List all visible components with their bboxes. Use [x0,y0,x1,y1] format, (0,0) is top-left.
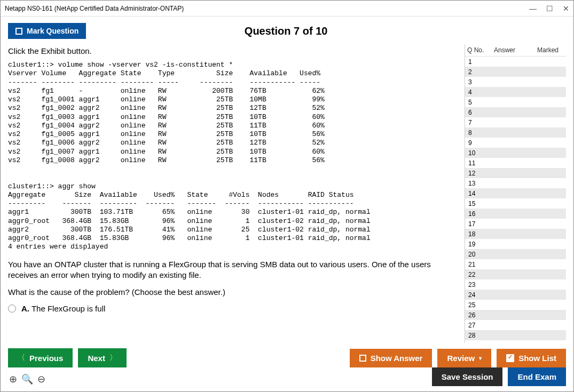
show-list-button[interactable]: ✓ Show List [497,349,566,367]
mark-question-button[interactable]: Mark Question [8,23,86,39]
nav-row-number: 23 [468,281,490,289]
app-window: Netapp NS0-161 (NetApp Certified Data Ad… [0,0,574,392]
end-exam-button[interactable]: End Exam [508,367,566,386]
close-icon[interactable]: ✕ [563,4,569,13]
save-session-button[interactable]: Save Session [432,367,503,386]
nav-row[interactable]: 5 [465,97,566,107]
chevron-right-icon: 〉 [109,353,117,363]
chevron-left-icon: 〈 [18,353,25,363]
nav-row[interactable]: 10 [465,148,566,158]
nav-row-number: 26 [468,311,490,319]
square-icon [359,355,366,362]
answer-a-label: A. [21,304,29,313]
nav-row-number: 13 [468,180,490,187]
nav-row-number: 14 [468,190,490,197]
footer-row: 〈 Previous Next 〉 Show Answer Review ▾ ✓… [8,343,566,367]
nav-row[interactable]: 6 [465,107,566,117]
maximize-icon[interactable]: ☐ [546,4,553,13]
nav-row[interactable]: 27 [465,320,566,330]
nav-row-number: 10 [468,149,490,157]
nav-row[interactable]: 17 [465,219,566,229]
nav-row[interactable]: 15 [465,198,566,209]
nav-row-number: 6 [468,109,490,116]
nav-row-number: 24 [468,291,490,299]
show-list-label: Show List [518,354,556,363]
nav-row[interactable]: 20 [465,249,566,259]
check-icon: ✓ [506,354,514,362]
header-row: Mark Question Question 7 of 10 [8,23,566,39]
nav-row[interactable]: 2 [465,67,566,77]
nav-row-number: 7 [468,119,490,126]
zoom-out-icon[interactable]: ⊖ [37,373,45,385]
nav-row[interactable]: 12 [465,168,566,178]
radio-icon[interactable] [8,305,16,313]
zoom-reset-icon[interactable]: 🔍 [21,373,33,385]
question-body-2: What is the cause of the problem? (Choos… [8,287,456,298]
nav-row-number: 4 [468,89,490,96]
nav-row-number: 1 [468,58,490,66]
nav-row[interactable]: 24 [465,290,566,300]
nav-list[interactable]: 1234567891011121314151617181920212223242… [465,57,566,343]
nav-row[interactable]: 14 [465,188,566,198]
nav-row-number: 25 [468,301,490,309]
nav-row[interactable]: 8 [465,127,566,138]
nav-row-number: 15 [468,200,490,207]
nav-row-number: 2 [468,68,490,76]
nav-col-answer: Answer [494,46,537,54]
nav-row-number: 12 [468,170,490,177]
mark-question-label: Mark Question [27,27,78,35]
nav-row-number: 3 [468,78,490,86]
nav-row[interactable]: 19 [465,239,566,249]
nav-row[interactable]: 25 [465,300,566,310]
minimize-icon[interactable]: — [529,4,537,13]
answer-option-a[interactable]: A. The FlexGroup is full [8,304,456,313]
next-label: Next [88,354,105,363]
nav-col-marked: Marked [537,46,564,54]
nav-row[interactable]: 18 [465,229,566,239]
nav-row[interactable]: 21 [465,259,566,269]
show-answer-label: Show Answer [371,354,423,363]
previous-button[interactable]: 〈 Previous [8,348,73,367]
nav-row[interactable]: 28 [465,330,566,340]
nav-row[interactable]: 16 [465,209,566,219]
window-title: Netapp NS0-161 (NetApp Certified Data Ad… [5,5,184,12]
titlebar: Netapp NS0-161 (NetApp Certified Data Ad… [1,1,573,17]
content-area: Mark Question Question 7 of 10 Click the… [1,17,573,391]
middle-row: Click the Exhibit button. cluster1::> vo… [8,44,566,343]
question-heading: Question 7 of 10 [86,25,486,37]
nav-row[interactable]: 22 [465,269,566,279]
caret-down-icon: ▾ [479,355,482,361]
nav-row-number: 8 [468,129,490,137]
review-label: Review [447,354,475,363]
end-exam-label: End Exam [517,372,556,381]
nav-row-number: 21 [468,261,490,268]
question-body-1: You have an ONTAP cluster that is runnin… [8,259,456,281]
nav-row[interactable]: 4 [465,87,566,97]
nav-row-number: 16 [468,210,490,218]
show-answer-button[interactable]: Show Answer [350,349,433,367]
review-button[interactable]: Review ▾ [437,349,491,367]
nav-row[interactable]: 3 [465,77,566,87]
nav-row[interactable]: 11 [465,158,566,168]
nav-row[interactable]: 7 [465,117,566,127]
nav-row[interactable]: 1 [465,57,566,67]
checkbox-icon [15,28,22,35]
question-prompt: Click the Exhibit button. [8,46,456,55]
nav-header: Q No. Answer Marked [465,44,566,57]
nav-row-number: 20 [468,251,490,258]
nav-row-number: 17 [468,220,490,228]
nav-row[interactable]: 9 [465,138,566,148]
nav-row[interactable]: 26 [465,310,566,320]
nav-row[interactable]: 13 [465,178,566,188]
exhibit-output: cluster1::> volume show -vserver vs2 -is… [8,61,456,252]
window-controls: — ☐ ✕ [529,4,569,13]
nav-row-number: 9 [468,139,490,147]
zoom-in-icon[interactable]: ⊕ [9,373,17,385]
nav-row-number: 5 [468,99,490,106]
nav-row-number: 27 [468,322,490,329]
nav-row[interactable]: 23 [465,279,566,290]
nav-row-number: 18 [468,230,490,238]
next-button[interactable]: Next 〉 [78,348,127,367]
question-pane[interactable]: Click the Exhibit button. cluster1::> vo… [8,44,459,343]
previous-label: Previous [29,354,63,363]
